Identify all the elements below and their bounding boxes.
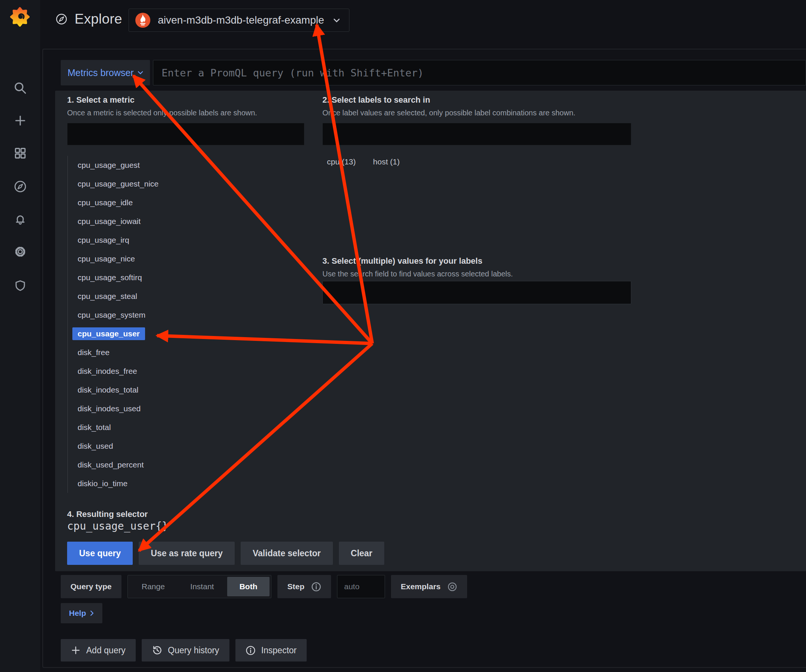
metric-list-item[interactable]: disk_free — [68, 343, 300, 362]
info-icon — [246, 646, 256, 656]
query-mode-range[interactable]: Range — [129, 577, 177, 596]
query-history-button[interactable]: Query history — [142, 639, 230, 662]
exemplars-label: Exemplars — [401, 582, 441, 591]
query-type-label: Query type — [71, 582, 112, 591]
chevron-down-icon — [333, 18, 340, 23]
resulting-selector: cpu_usage_user{} — [67, 520, 168, 532]
step3-description: Use the search field to find values acro… — [322, 270, 513, 278]
query-type-chip: Query type — [61, 575, 121, 598]
help-link[interactable]: Help — [61, 603, 102, 623]
label-values-search-input[interactable] — [322, 281, 631, 304]
sidebar-search-icon[interactable] — [0, 77, 40, 99]
datasource-picker[interactable]: aiven-m3db-m3db-telegraf-example — [129, 8, 349, 32]
label-chip[interactable]: cpu (13) — [326, 155, 357, 168]
explore-compass-icon — [55, 12, 68, 26]
clear-button[interactable]: Clear — [339, 542, 385, 565]
label-chip-row: cpu (13)host (1) — [326, 155, 400, 168]
step2-title: 2. Select labels to search in — [322, 95, 430, 105]
history-icon — [152, 645, 162, 656]
step1-title: 1. Select a metric — [67, 95, 135, 105]
query-footer-row: Add query Query history Inspector — [61, 639, 307, 662]
datasource-name: aiven-m3db-m3db-telegraf-example — [158, 14, 324, 26]
metrics-browser-label: Metrics browser — [68, 68, 134, 78]
metric-list-item[interactable]: cpu_usage_guest — [68, 156, 300, 175]
metric-list: cpu_usage_guestcpu_usage_guest_nicecpu_u… — [68, 156, 300, 493]
metric-list-item[interactable]: cpu_usage_system — [68, 306, 300, 324]
exemplars-chip: Exemplars — [391, 575, 467, 598]
label-chip[interactable]: host (1) — [372, 155, 400, 168]
metric-list-item[interactable]: cpu_usage_softirq — [68, 268, 300, 287]
step-chip: Step — [277, 575, 331, 598]
metric-list-item[interactable]: disk_total — [68, 418, 300, 437]
query-mode-both[interactable]: Both — [227, 577, 270, 596]
metric-list-item[interactable]: disk_inodes_used — [68, 399, 300, 418]
step-value-input[interactable] — [337, 575, 385, 598]
metrics-browser-panel: 1. Select a metric Once a metric is sele… — [55, 91, 806, 571]
metric-list-item[interactable]: cpu_usage_idle — [68, 193, 300, 212]
exemplars-toggle-icon[interactable] — [447, 582, 458, 592]
sidebar-add-icon[interactable] — [0, 109, 40, 132]
metric-list-item[interactable]: cpu_usage_user — [68, 324, 300, 343]
help-label: Help — [69, 609, 86, 618]
grafana-logo[interactable] — [10, 6, 30, 27]
use-query-button[interactable]: Use query — [67, 542, 133, 565]
metrics-browser-toggle[interactable]: Metrics browser — [61, 60, 150, 86]
metric-search-input[interactable] — [67, 123, 304, 145]
step3-title: 3. Select (multiple) values for your lab… — [322, 256, 482, 266]
query-options-row: Query type RangeInstantBoth Step Exempla… — [61, 575, 467, 598]
query-history-label: Query history — [168, 646, 219, 656]
sidebar-admin-shield-icon[interactable] — [0, 275, 40, 297]
validate-selector-button[interactable]: Validate selector — [241, 542, 333, 565]
sidebar-alerting-bell-icon[interactable] — [0, 208, 40, 231]
selected-metric: cpu_usage_user — [73, 328, 145, 340]
info-icon[interactable] — [311, 582, 321, 592]
chevron-down-icon — [137, 71, 143, 74]
metric-list-item[interactable]: cpu_usage_guest_nice — [68, 175, 300, 193]
metric-list-item[interactable]: disk_used — [68, 437, 300, 456]
query-mode-segmented: RangeInstantBoth — [127, 575, 272, 598]
metric-list-item[interactable]: cpu_usage_iowait — [68, 212, 300, 231]
metric-list-item[interactable]: disk_inodes_free — [68, 362, 300, 380]
inspector-button[interactable]: Inspector — [235, 639, 307, 662]
metric-list-item[interactable]: disk_inodes_total — [68, 380, 300, 399]
page-title: Explore — [74, 11, 122, 27]
sidebar-explore-icon[interactable] — [0, 175, 40, 198]
sidebar-dashboards-icon[interactable] — [0, 142, 40, 165]
explore-header: Explore — [55, 11, 122, 27]
sidebar-configuration-gear-icon[interactable] — [0, 240, 40, 263]
query-editor-card: Metrics browser 1. Select a metric Once … — [42, 49, 806, 668]
prometheus-icon — [135, 13, 150, 28]
step-label: Step — [287, 582, 304, 591]
plus-icon — [71, 646, 81, 655]
selector-actions: Use query Use as rate query Validate sel… — [67, 542, 384, 565]
step4-title: 4. Resulting selector — [67, 509, 148, 519]
add-query-button[interactable]: Add query — [61, 639, 136, 662]
label-search-input[interactable] — [322, 123, 631, 145]
sidebar — [0, 0, 40, 672]
use-as-rate-query-button[interactable]: Use as rate query — [139, 542, 235, 565]
metric-list-item[interactable]: cpu_usage_steal — [68, 287, 300, 306]
grafana-explore-page: Explore aiven-m3db-m3db-telegraf-example… — [0, 0, 806, 672]
inspector-label: Inspector — [261, 646, 297, 656]
metric-list-item[interactable]: cpu_usage_nice — [68, 249, 300, 268]
step1-description: Once a metric is selected only possible … — [67, 109, 257, 117]
metric-list-item[interactable]: disk_used_percent — [68, 456, 300, 474]
metric-list-item[interactable]: cpu_usage_irq — [68, 231, 300, 249]
metric-list-item[interactable]: diskio_io_time — [68, 474, 300, 493]
chevron-right-icon — [90, 610, 94, 616]
add-query-label: Add query — [86, 646, 126, 656]
promql-query-input[interactable] — [153, 60, 806, 86]
step2-description: Once label values are selected, only pos… — [322, 109, 575, 117]
query-mode-instant[interactable]: Instant — [178, 577, 226, 596]
